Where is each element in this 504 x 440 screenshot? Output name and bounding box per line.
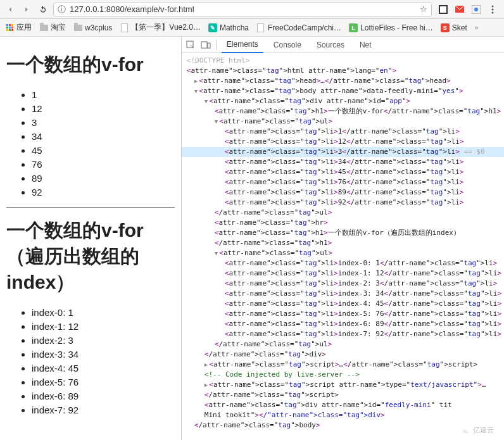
list-1: 11233445768992 — [6, 88, 175, 199]
watermark: 亿速云 — [454, 424, 500, 436]
extension-icon-1[interactable] — [438, 4, 448, 15]
bookmark-folder-1[interactable]: 淘宝 — [39, 22, 66, 33]
elements-tree[interactable]: <!DOCTYPE html><attr-name">class="tag">h… — [182, 53, 504, 440]
list-item: 1 — [32, 88, 175, 102]
workspace: 一个数组的v-for 11233445768992 一个数组的v-for（遍历出… — [0, 37, 504, 440]
tab-sources[interactable]: Sources — [312, 37, 350, 53]
list-item: 76 — [32, 158, 175, 172]
bookmark-label: 淘宝 — [51, 22, 66, 33]
list-item: 45 — [32, 144, 175, 158]
bookmark-label: LottieFiles - Free hi… — [360, 23, 433, 32]
bookmark-label: w3cplus — [85, 23, 112, 32]
menu-icon[interactable] — [488, 4, 498, 15]
list-item: index-6: 89 — [32, 389, 175, 403]
list-item: index-2: 3 — [32, 334, 175, 348]
bookmark-label: 应用 — [16, 22, 32, 33]
page-content: 一个数组的v-for 11233445768992 一个数组的v-for（遍历出… — [0, 37, 181, 440]
devtools-toolbar: Elements Console Sources Net — [182, 37, 504, 53]
reload-button[interactable] — [37, 3, 49, 16]
extension-icon-gmail[interactable] — [455, 4, 465, 15]
tab-network[interactable]: Net — [355, 37, 377, 53]
svg-point-7 — [492, 11, 494, 13]
bookmark-lottie[interactable]: L LottieFiles - Free hi… — [349, 23, 433, 32]
devtools: Elements Console Sources Net <!DOCTYPE h… — [181, 37, 504, 440]
list-item: index-4: 45 — [32, 361, 175, 375]
svg-rect-9 — [201, 42, 207, 48]
bookmark-label: 【第一季】Vue2.0… — [131, 22, 201, 33]
forward-button[interactable] — [20, 3, 33, 16]
bookmarks-overflow-icon[interactable]: » — [475, 24, 479, 31]
browser-toolbar: ⓘ 127.0.0.1:8080/example/v-for.html ☆ — [0, 0, 504, 19]
bookmark-label: Mathcha — [220, 23, 249, 32]
bookmark-apps[interactable]: 应用 — [5, 22, 32, 33]
svg-point-5 — [492, 5, 494, 7]
address-bar[interactable]: ⓘ 127.0.0.1:8080/example/v-for.html ☆ — [53, 3, 432, 16]
bookmark-page-1[interactable]: 【第一季】Vue2.0… — [120, 22, 201, 33]
bookmark-label: Sket — [452, 23, 467, 32]
device-icon[interactable] — [201, 40, 211, 50]
site-info-icon[interactable]: ⓘ — [58, 4, 66, 15]
hr — [6, 207, 175, 208]
list-item: 89 — [32, 172, 175, 185]
heading-1: 一个数组的v-for — [6, 52, 175, 78]
bookmark-page-3[interactable]: FreeCodeCamp/chi… — [256, 23, 341, 32]
svg-rect-10 — [208, 43, 210, 48]
list-item: index-1: 12 — [32, 320, 175, 334]
list-item: index-3: 34 — [32, 348, 175, 361]
list-item: 34 — [32, 130, 175, 144]
list-item: 12 — [32, 102, 175, 116]
tab-console[interactable]: Console — [268, 37, 306, 53]
bookmarks-bar: 应用 淘宝 w3cplus 【第一季】Vue2.0… ✎ Mathcha Fre… — [0, 19, 504, 37]
extension-icons — [436, 4, 500, 15]
extension-icon-2[interactable] — [471, 4, 481, 15]
svg-rect-1 — [440, 6, 446, 13]
tab-elements[interactable]: Elements — [222, 37, 263, 53]
heading-2: 一个数组的v-for（遍历出数组的index） — [6, 218, 175, 296]
svg-point-4 — [474, 8, 478, 11]
svg-point-6 — [492, 8, 494, 10]
list-item: index-7: 92 — [32, 403, 175, 417]
inspect-icon[interactable] — [186, 40, 196, 50]
bookmark-label: FreeCodeCamp/chi… — [268, 23, 341, 32]
back-button[interactable] — [4, 3, 16, 16]
list-item: index-5: 76 — [32, 375, 175, 389]
bookmark-mathcha[interactable]: ✎ Mathcha — [208, 23, 249, 32]
list-2: index-0: 1index-1: 12index-2: 3index-3: … — [6, 306, 175, 417]
list-item: 3 — [32, 116, 175, 130]
bookmark-folder-2[interactable]: w3cplus — [73, 23, 112, 32]
bookmark-sketch[interactable]: S Sket — [441, 23, 467, 32]
list-item: 92 — [32, 185, 175, 199]
star-icon[interactable]: ☆ — [420, 4, 427, 14]
url-text: 127.0.0.1:8080/example/v-for.html — [70, 4, 420, 14]
list-item: index-0: 1 — [32, 306, 175, 320]
